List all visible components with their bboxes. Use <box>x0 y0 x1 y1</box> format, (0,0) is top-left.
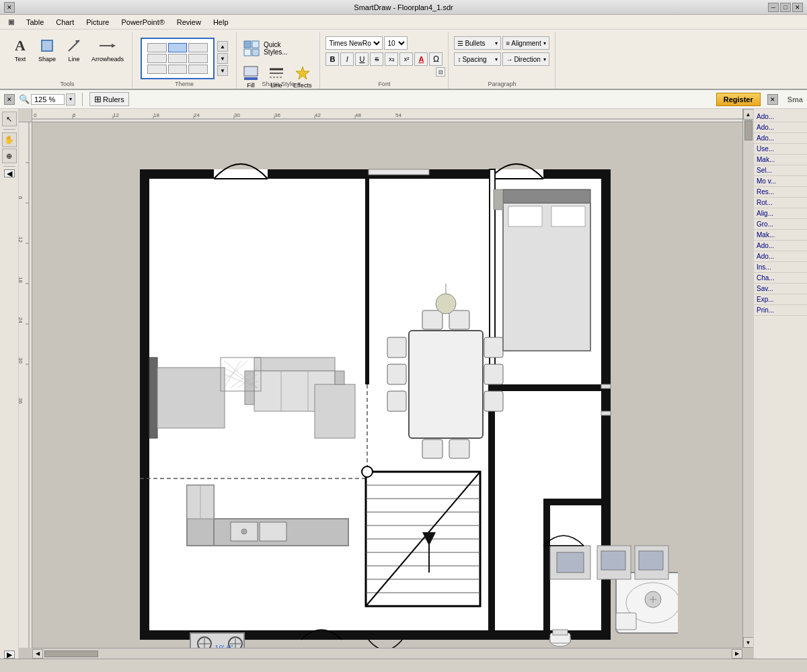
right-panel-item-18[interactable]: Prin... <box>754 305 807 316</box>
arrowheads-tool-btn[interactable]: Arrowheads <box>89 35 126 64</box>
scroll-track-h[interactable] <box>43 650 732 658</box>
right-panel-item-4[interactable]: Mak... <box>754 155 807 165</box>
right-panel-item-12[interactable]: Ado... <box>754 241 807 251</box>
zoom-control: 🔍 125 % ▾ <box>19 93 75 106</box>
quick-styles-btn[interactable]: QuickStyles... <box>239 38 314 59</box>
zoom-in-tool-btn[interactable]: ⊕ <box>2 149 17 163</box>
svg-rect-99 <box>409 331 483 438</box>
menu-help[interactable]: Help <box>208 17 234 28</box>
svg-rect-104 <box>484 337 503 358</box>
alignment-btn[interactable]: ≡ Alignment ▾ <box>502 36 549 50</box>
scroll-track-v[interactable] <box>744 120 753 637</box>
font-name-select[interactable]: Times NewRo... <box>325 36 383 50</box>
scroll-up-btn[interactable]: ▲ <box>743 109 754 120</box>
menu-file[interactable]: ▣ <box>3 17 20 27</box>
right-panel-item-11[interactable]: Mak... <box>754 230 807 241</box>
font-color-btn[interactable]: A <box>414 52 428 66</box>
titlebar-close[interactable]: ✕ <box>4 2 15 13</box>
alignment-chevron-icon: ▾ <box>543 40 546 46</box>
zoom-dropdown-btn[interactable]: ▾ <box>66 93 75 106</box>
drawing-canvas[interactable]: 19' 6" <box>32 122 742 648</box>
svg-rect-51 <box>140 169 149 640</box>
minimize-btn[interactable]: ─ <box>768 3 779 12</box>
theme-preview[interactable] <box>141 38 215 79</box>
right-panel-item-1[interactable]: Ado... <box>754 122 807 133</box>
svg-rect-108 <box>387 364 406 384</box>
scroll-thumb-v[interactable] <box>744 120 753 140</box>
rulers-icon: ⊞ <box>94 94 102 104</box>
collapse-left-btn[interactable]: ◀ <box>4 169 15 177</box>
svg-text:42: 42 <box>315 112 321 118</box>
floorplan-svg[interactable]: 19' 6" <box>73 129 678 648</box>
toolbar-x2-btn[interactable]: ✕ <box>767 94 778 105</box>
expand-left-btn[interactable]: ▶ <box>4 650 15 659</box>
shape-style-label: Shape Style <box>237 81 319 87</box>
underline-btn[interactable]: U <box>355 52 369 66</box>
right-panel-item-8[interactable]: Rot... <box>754 198 807 208</box>
pan-tool-btn[interactable]: ✋ <box>2 132 17 147</box>
svg-rect-151 <box>601 551 625 570</box>
ribbon: A Text Shape Line Arrowheads <box>0 30 807 90</box>
svg-rect-106 <box>484 391 503 411</box>
shape-tool-btn[interactable]: Shape <box>35 35 59 64</box>
window-close-btn[interactable]: ✕ <box>792 3 803 12</box>
svg-rect-65 <box>543 499 611 505</box>
right-panel-item-15[interactable]: Cha... <box>754 273 807 284</box>
svg-rect-83 <box>254 358 335 371</box>
right-panel-item-2[interactable]: Ado... <box>754 133 807 144</box>
right-panel-item-13[interactable]: Ado... <box>754 251 807 262</box>
svg-rect-149 <box>557 552 584 573</box>
bullets-chevron-icon: ▾ <box>495 40 498 46</box>
strikethrough-btn[interactable]: S <box>370 52 383 66</box>
left-sep-2 <box>3 166 15 167</box>
zoom-value[interactable]: 125 % <box>31 94 65 105</box>
theme-scroll-down[interactable]: ▼ <box>217 53 228 64</box>
scroll-thumb-h[interactable] <box>44 650 98 657</box>
theme-cell-8 <box>168 65 188 74</box>
maximize-btn[interactable]: □ <box>780 3 791 12</box>
svg-rect-109 <box>387 391 406 411</box>
canvas-area[interactable]: 0 6 12 18 24 30 36 42 48 54 <box>19 109 753 659</box>
sma-label: Sma <box>787 95 803 103</box>
menu-table[interactable]: Table <box>21 17 49 28</box>
right-panel-item-9[interactable]: Alig... <box>754 208 807 219</box>
scroll-down-btn[interactable]: ▼ <box>743 637 754 648</box>
scroll-left-btn[interactable]: ◀ <box>32 649 43 659</box>
spacing-btn[interactable]: ↕ Spacing ▾ <box>454 52 501 66</box>
select-tool-btn[interactable]: ↖ <box>2 112 17 126</box>
scroll-right-btn[interactable]: ▶ <box>732 649 742 659</box>
rulers-btn[interactable]: ⊞ Rulers <box>89 92 129 106</box>
register-btn[interactable]: Register <box>716 93 761 106</box>
right-panel-item-16[interactable]: Sav... <box>754 284 807 294</box>
right-panel-item-5[interactable]: Sel... <box>754 165 807 176</box>
bold-btn[interactable]: B <box>325 52 339 66</box>
right-panel-item-7[interactable]: Res... <box>754 187 807 198</box>
right-panel-item-6[interactable]: Mo v... <box>754 176 807 187</box>
right-panel-item-17[interactable]: Exp... <box>754 294 807 305</box>
theme-scroll-more[interactable]: ▼ <box>217 65 228 76</box>
right-panel-item-3[interactable]: Use... <box>754 144 807 155</box>
direction-btn[interactable]: → Direction ▾ <box>502 52 549 66</box>
text-tool-btn[interactable]: A Text <box>8 35 32 64</box>
svg-text:18: 18 <box>153 112 159 118</box>
svg-rect-147 <box>616 613 636 630</box>
svg-rect-124 <box>260 522 286 541</box>
right-panel-item-10[interactable]: Gro... <box>754 219 807 230</box>
toolbar-sep <box>82 93 83 106</box>
font-size-select[interactable]: 10 <box>384 36 408 50</box>
toolbar-close-btn[interactable]: ✕ <box>4 94 15 105</box>
theme-scroll-up[interactable]: ▲ <box>217 41 228 52</box>
font-omega-btn[interactable]: Ω <box>429 52 443 66</box>
right-panel-item-14[interactable]: Ins... <box>754 262 807 273</box>
menu-picture[interactable]: Picture <box>81 17 114 28</box>
subscript-btn[interactable]: x₂ <box>385 52 398 66</box>
italic-btn[interactable]: I <box>340 52 354 66</box>
superscript-btn[interactable]: x² <box>399 52 413 66</box>
line-tool-btn[interactable]: Line <box>62 35 86 64</box>
font-expand-btn[interactable]: ⊡ <box>436 67 445 77</box>
menu-chart[interactable]: Chart <box>50 17 79 28</box>
bullets-btn[interactable]: ☰ Bullets ▾ <box>454 36 501 50</box>
right-panel-item-0[interactable]: Ado... <box>754 112 807 122</box>
menu-powerpoint[interactable]: PowerPoint® <box>116 17 169 28</box>
menu-review[interactable]: Review <box>171 17 206 28</box>
